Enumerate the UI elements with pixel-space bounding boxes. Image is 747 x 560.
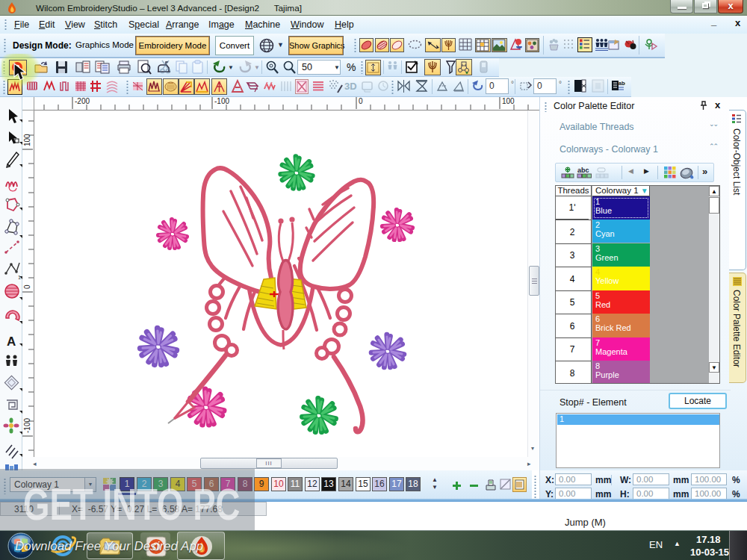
- svg-text:0: 0: [359, 97, 363, 105]
- svg-text:100: 100: [23, 134, 31, 146]
- svg-text:0: 0: [23, 284, 31, 289]
- svg-text:1: 1: [18, 275, 21, 280]
- svg-text:-100: -100: [23, 418, 31, 433]
- svg-text:100: 100: [502, 97, 515, 105]
- svg-text:-200: -200: [75, 97, 90, 105]
- svg-text:-100: -100: [214, 97, 229, 105]
- svg-text:abc: abc: [619, 81, 625, 86]
- svg-text:abc: abc: [577, 167, 589, 174]
- svg-text:A: A: [7, 335, 16, 349]
